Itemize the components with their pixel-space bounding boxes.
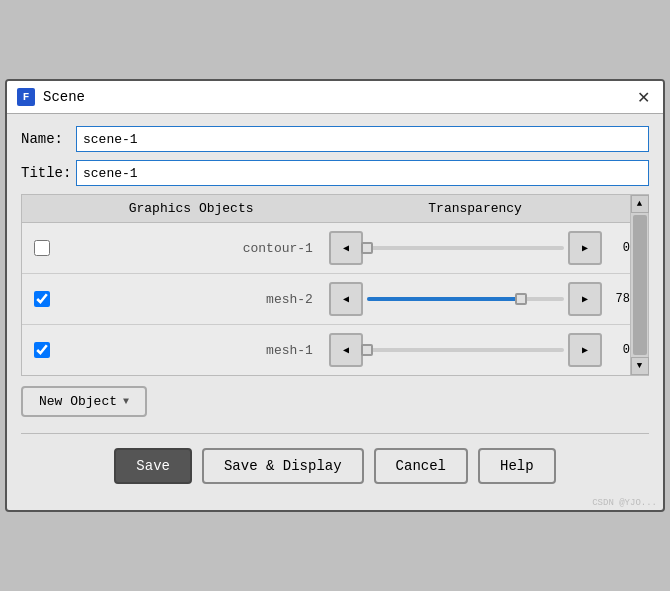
mesh1-slider xyxy=(367,340,564,360)
contour-slider xyxy=(367,238,564,258)
mesh2-checkbox[interactable] xyxy=(34,291,50,307)
mesh2-transparency: ◀ ▶ 78 xyxy=(329,282,630,316)
title-label: Title: xyxy=(21,165,76,181)
name-row: Name: xyxy=(21,126,649,152)
mesh2-slider xyxy=(367,289,564,309)
contour-track xyxy=(367,246,564,250)
mesh1-value: 0 xyxy=(606,343,630,357)
mesh1-transparency: ◀ ▶ 0 xyxy=(329,333,630,367)
contour-left-arrow[interactable]: ◀ xyxy=(329,231,363,265)
mesh1-checkbox[interactable] xyxy=(34,342,50,358)
mesh2-fill xyxy=(367,297,521,301)
table-row: contour-1 ◀ ▶ 0 xyxy=(22,223,630,274)
contour-thumb[interactable] xyxy=(361,242,373,254)
dropdown-arrow-icon: ▼ xyxy=(123,396,129,407)
close-button[interactable]: ✕ xyxy=(633,87,653,107)
mesh2-left-arrow[interactable]: ◀ xyxy=(329,282,363,316)
transparency-col-header: Transparency xyxy=(320,201,630,216)
mesh1-track xyxy=(367,348,564,352)
contour-checkbox[interactable] xyxy=(34,240,50,256)
table-row: mesh-2 ◀ ▶ 78 xyxy=(22,274,630,325)
scroll-up-arrow[interactable]: ▲ xyxy=(631,195,649,213)
name-input[interactable] xyxy=(76,126,649,152)
dialog-content: Name: Title: Graphics Objects Transparen… xyxy=(7,114,663,496)
contour-transparency: ◀ ▶ 0 xyxy=(329,231,630,265)
mesh2-track xyxy=(367,297,564,301)
mesh1-name: mesh-1 xyxy=(62,343,329,358)
contour-check-cell xyxy=(22,240,62,256)
table-row: mesh-1 ◀ ▶ 0 xyxy=(22,325,630,375)
cancel-button[interactable]: Cancel xyxy=(374,448,468,484)
contour-right-arrow[interactable]: ▶ xyxy=(568,231,602,265)
action-buttons: Save Save & Display Cancel Help xyxy=(21,433,649,484)
scroll-thumb[interactable] xyxy=(633,215,647,355)
new-object-label: New Object xyxy=(39,394,117,409)
contour-value: 0 xyxy=(606,241,630,255)
name-label: Name: xyxy=(21,131,76,147)
scroll-down-arrow[interactable]: ▼ xyxy=(631,357,649,375)
table-header: Graphics Objects Transparency xyxy=(22,195,630,223)
mesh2-thumb[interactable] xyxy=(515,293,527,305)
scene-dialog: F Scene ✕ Name: Title: Graphics Objects … xyxy=(5,79,665,512)
watermark: CSDN @YJO... xyxy=(7,496,663,510)
window-title: Scene xyxy=(43,89,85,105)
objects-col-header: Graphics Objects xyxy=(62,201,320,216)
mesh1-check-cell xyxy=(22,342,62,358)
mesh1-thumb[interactable] xyxy=(361,344,373,356)
mesh1-left-arrow[interactable]: ◀ xyxy=(329,333,363,367)
table-scroll: Graphics Objects Transparency contour-1 … xyxy=(22,195,630,375)
save-button[interactable]: Save xyxy=(114,448,192,484)
save-display-button[interactable]: Save & Display xyxy=(202,448,364,484)
mesh1-right-arrow[interactable]: ▶ xyxy=(568,333,602,367)
table-scrollbar: ▲ ▼ xyxy=(630,195,648,375)
mesh2-check-cell xyxy=(22,291,62,307)
app-icon: F xyxy=(17,88,35,106)
help-button[interactable]: Help xyxy=(478,448,556,484)
title-row: Title: xyxy=(21,160,649,186)
mesh2-name: mesh-2 xyxy=(62,292,329,307)
contour-name: contour-1 xyxy=(62,241,329,256)
graphics-table: Graphics Objects Transparency contour-1 … xyxy=(21,194,649,376)
new-object-button[interactable]: New Object ▼ xyxy=(21,386,147,417)
mesh2-value: 78 xyxy=(606,292,630,306)
title-bar-left: F Scene xyxy=(17,88,85,106)
check-col-header xyxy=(22,201,62,216)
title-input[interactable] xyxy=(76,160,649,186)
title-bar: F Scene ✕ xyxy=(7,81,663,114)
mesh2-right-arrow[interactable]: ▶ xyxy=(568,282,602,316)
